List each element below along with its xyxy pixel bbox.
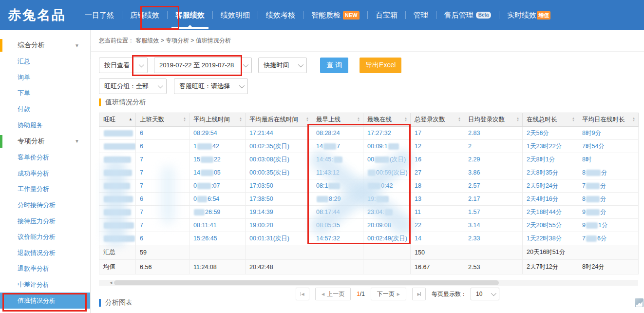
horizontal-scrollbar[interactable]: ◀ (99, 280, 638, 286)
sort-asc-icon[interactable]: ▲ (129, 117, 133, 121)
sidebar-item-客单价分析[interactable]: 客单价分析 (0, 150, 90, 166)
scrollbar-thumb[interactable] (114, 280, 499, 285)
nav-item-管理[interactable]: 管理 (406, 0, 436, 30)
sort-icon[interactable]: ▲▼ (572, 117, 575, 122)
table-row[interactable]: 70:0717:03:5008:10:42182.572天5时24分7分 (99, 179, 639, 193)
table-cell: 3.86 (464, 166, 523, 179)
nav-item-一目了然[interactable]: 一目了然 (77, 0, 122, 30)
sort-icon[interactable]: ▲▼ (183, 117, 186, 122)
blurred-text (104, 235, 135, 242)
quick-time-select[interactable]: 快捷时间 (258, 58, 307, 73)
nav-item-客服绩效[interactable]: 客服绩效 (168, 0, 212, 30)
group-select[interactable]: 旺旺分组：全部 (99, 78, 167, 94)
sidebar-group-专项分析[interactable]: 专项分析▼ (0, 133, 90, 150)
sort-icon[interactable]: ▲▼ (404, 117, 407, 122)
nav-badge: 增值 (537, 11, 550, 20)
sidebar-item-付款[interactable]: 付款 (0, 101, 90, 117)
sidebar-item-值班情况分析[interactable]: 值班情况分析 (0, 293, 90, 309)
chevron-down-icon (239, 58, 251, 73)
table-cell: 22 (411, 219, 464, 232)
column-header-日均登录次数[interactable]: 日均登录次数▲▼ (464, 113, 523, 127)
nav-item-智能质检[interactable]: 智能质检NEW (303, 0, 367, 30)
table-cell: 17:38:50 (246, 193, 312, 206)
table-row[interactable]: 7140500:00:35(次日)11:43:1200:59(次日)273.86… (99, 166, 639, 179)
sidebar-item-下单[interactable]: 下单 (0, 85, 90, 101)
sort-icon[interactable]: ▲▼ (357, 117, 360, 122)
chart-icon[interactable] (635, 298, 644, 307)
nav-items: 一目了然店铺绩效客服绩效绩效明细绩效考核智能质检NEW百宝箱管理售后管理Beta… (77, 0, 558, 30)
column-header-总登录次数[interactable]: 总登录次数▲▼ (411, 113, 464, 127)
column-header-最早上线[interactable]: 最早上线▲▼ (312, 113, 363, 127)
table-cell: 7 (136, 206, 189, 219)
filter-row-2: 旺旺分组：全部 客服旺旺：请选择 (99, 78, 248, 94)
column-header-平均最后在线时间[interactable]: 平均最后在线时间▲▼ (246, 113, 312, 127)
column-header-平均上线时间[interactable]: 平均上线时间▲▼ (189, 113, 246, 127)
sidebar-item-退款率分析[interactable]: 退款率分析 (0, 261, 90, 277)
nav-item-售后管理[interactable]: 售后管理Beta (436, 0, 499, 30)
sort-icon[interactable]: ▲▼ (306, 117, 309, 122)
table-row[interactable]: 708:11:4119:00:2008:05:3520:09:08223.142… (99, 219, 639, 232)
sidebar-group-综合分析[interactable]: 综合分析▼ (0, 37, 90, 54)
blurred-text (385, 209, 393, 215)
table-cell: 26:59 (189, 206, 246, 219)
nav-item-百宝箱[interactable]: 百宝箱 (368, 0, 405, 30)
summary-row: 均值6.5611:24:0820:42:4816.672.532天7时12分8时… (99, 260, 639, 274)
column-header-最晚在线[interactable]: 最晚在线▲▼ (363, 113, 411, 127)
table-cell: 8时24分 (578, 260, 639, 274)
first-page-button[interactable]: ◀ (296, 288, 309, 300)
sort-icon[interactable]: ▲▼ (458, 117, 461, 122)
column-header-平均日在线时长[interactable]: 平均日在线时长▲▼ (578, 113, 639, 127)
table-row[interactable]: 606:5417:38:508:2919:132.172天4时16分8分 (99, 193, 639, 206)
table-cell: 6 (136, 140, 189, 153)
table-cell: 2.29 (464, 153, 523, 166)
sort-icon[interactable]: ▲▼ (239, 117, 242, 122)
nav-item-绩效明细[interactable]: 绩效明细 (213, 0, 258, 30)
chevron-down-icon (294, 58, 306, 73)
nav-item-绩效考核[interactable]: 绩效考核 (258, 0, 303, 30)
sidebar-item-询单[interactable]: 询单 (0, 70, 90, 86)
table-row[interactable]: 615:26:4500:01:31(次日)14:57:3200:02:49(次日… (99, 232, 639, 245)
query-button[interactable]: 查 询 (320, 58, 348, 73)
nav-item-店铺绩效[interactable]: 店铺绩效 (122, 0, 167, 30)
blurred-text (328, 183, 340, 189)
blurred-text (388, 143, 399, 150)
column-header-旺旺[interactable]: 旺旺▲ (99, 113, 136, 127)
sidebar-item-协助服务[interactable]: 协助服务 (0, 117, 90, 133)
export-excel-button[interactable]: 导出Excel (360, 58, 401, 73)
table-row[interactable]: 614200:02:35(次日)14700:09:11221天23时22分7时5… (99, 140, 639, 153)
next-page-button[interactable]: 下一页▶ (371, 288, 406, 300)
sidebar-item-接待压力分析[interactable]: 接待压力分析 (0, 213, 90, 229)
sidebar-item-工作量分析[interactable]: 工作量分析 (0, 181, 90, 197)
per-page-select[interactable]: 10 (471, 288, 499, 300)
nav-item-实时绩效[interactable]: 实时绩效增值 (499, 0, 558, 30)
table-cell: 8时9分 (578, 127, 639, 140)
table-row[interactable]: 7152200:03:08(次日)14:45:00(次日)162.292天8时1… (99, 153, 639, 166)
sidebar-item-汇总[interactable]: 汇总 (0, 54, 90, 70)
table-cell (99, 166, 136, 179)
table-cell: 19: (363, 193, 411, 206)
sort-icon[interactable]: ▲▼ (516, 117, 519, 122)
column-header-上班天数[interactable]: 上班天数▲▼ (136, 113, 189, 127)
agent-select[interactable]: 客服旺旺：请选择 (174, 78, 248, 94)
page: 赤兔名品 一目了然店铺绩效客服绩效绩效明细绩效考核智能质检NEW百宝箱管理售后管… (0, 0, 644, 313)
prev-page-button[interactable]: ◀上一页 (315, 288, 351, 300)
table-cell (99, 232, 136, 245)
table-row[interactable]: 726:5919:14:3908:17:4423:04:111.572天18时4… (99, 206, 639, 219)
last-page-button[interactable]: ▶ (412, 288, 426, 300)
per-page-control: 每页显示数： 10 (432, 288, 499, 300)
chevron-down-icon (153, 79, 166, 94)
sidebar-item-退款情况分析[interactable]: 退款情况分析 (0, 245, 90, 261)
view-mode-select[interactable]: 按日查看 (99, 58, 148, 73)
filter-row-1: 按日查看 2019-07-22 至 2019-07-28 快捷时间 查 询 导出… (99, 58, 401, 73)
app-logo: 赤兔名品 (8, 6, 81, 24)
column-header-在线总时长[interactable]: 在线总时长▲▼ (523, 113, 578, 127)
table-cell: 8:29 (312, 193, 363, 206)
sidebar-item-议价能力分析[interactable]: 议价能力分析 (0, 229, 90, 245)
sort-icon[interactable]: ▲▼ (632, 117, 635, 122)
table-row[interactable]: 608:29:5417:21:4408:28:2417:27:32172.832… (99, 127, 639, 140)
date-range-select[interactable]: 2019-07-22 至 2019-07-28 (154, 58, 252, 73)
sidebar-item-分时接待分析[interactable]: 分时接待分析 (0, 197, 90, 214)
scroll-left-icon[interactable]: ◀ (110, 281, 112, 285)
sidebar-item-中差评分析[interactable]: 中差评分析 (0, 277, 90, 293)
sidebar-item-成功率分析[interactable]: 成功率分析 (0, 166, 90, 182)
